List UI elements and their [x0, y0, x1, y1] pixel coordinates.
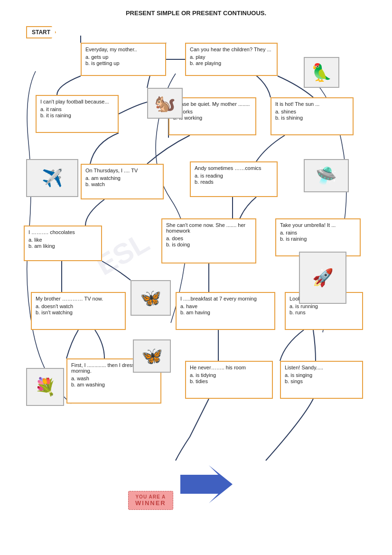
- options-list-q13: a. is runningb. runs: [289, 303, 358, 315]
- question-box-q11: My brother ………… TV now.a. doesn't watchb…: [31, 292, 126, 330]
- question-text-q7: Andy sometimes ……comics: [195, 165, 273, 171]
- options-list-q15: a. is tidyingb. tidies: [190, 372, 268, 384]
- options-list-q16: a. is singingb. sings: [285, 372, 358, 384]
- option-q14-1: b. am washing: [71, 382, 157, 387]
- question-box-q9: She can't come now. She ....... her home…: [161, 218, 256, 263]
- option-q13-0: a. is running: [289, 303, 358, 309]
- question-text-q8: I ………. chocolates: [28, 229, 97, 235]
- option-q8-1: b. am liking: [28, 243, 97, 249]
- winner-ticket: YOU ARE A WINNER: [128, 491, 173, 510]
- options-list-q11: a. doesn't watchb. isn't watching: [36, 303, 121, 315]
- option-q1-0: a. gets up: [85, 54, 161, 60]
- question-text-q9: She can't come now. She ....... her home…: [166, 222, 252, 234]
- question-box-q1: Everyday, my mother..a. gets upb. is get…: [81, 43, 166, 76]
- option-q1-1: b. is getting up: [85, 60, 161, 66]
- page-title: PRESENT SIMPLE OR PRESENT CONTINUOUS.: [9, 9, 383, 17]
- options-list-q2: a. playb. are playing: [190, 54, 273, 66]
- winner-label: WINNER: [135, 499, 166, 507]
- option-q4-1: b. is working: [173, 115, 252, 121]
- options-list-q8: a. likeb. am liking: [28, 237, 97, 249]
- option-q13-1: b. runs: [289, 310, 358, 315]
- option-q5-1: b. is shining: [275, 115, 349, 121]
- option-q3-1: b. it is raining: [40, 113, 114, 118]
- options-list-q4: a. worksb. is working: [173, 109, 252, 121]
- option-q15-0: a. is tidying: [190, 372, 268, 378]
- question-text-q4: Please be quiet. My mother ........: [173, 101, 252, 107]
- options-list-q12: a. haveb. am having: [180, 303, 271, 315]
- question-box-q15: He never…….. his rooma. is tidyingb. tid…: [185, 361, 273, 399]
- options-list-q10: a. rainsb. is raining: [280, 230, 356, 242]
- option-q10-0: a. rains: [280, 230, 356, 235]
- question-box-q7: Andy sometimes ……comicsa. is readingb. r…: [190, 161, 278, 197]
- img-butterflies2: 🦋: [133, 339, 171, 373]
- option-q6-0: a. am watching: [85, 175, 159, 181]
- img-plane: ✈️: [26, 159, 78, 197]
- options-list-q14: a. washb. am washing: [71, 376, 157, 387]
- options-list-q7: a. is readingb. reads: [195, 173, 273, 185]
- option-q6-1: b. watch: [85, 181, 159, 187]
- question-box-q12: I .....breakfast at 7 every morninga. ha…: [176, 292, 275, 330]
- start-label: START: [26, 26, 56, 38]
- question-text-q3: I can't play football because...: [40, 99, 114, 104]
- option-q16-1: b. sings: [285, 378, 358, 384]
- option-q10-1: b. is raining: [280, 236, 356, 242]
- question-text-q2: Can you hear the children? They ...: [190, 47, 273, 52]
- options-list-q1: a. gets upb. is getting up: [85, 54, 161, 66]
- options-list-q5: a. shinesb. is shining: [275, 109, 349, 121]
- img-butterfly: 🦋: [131, 280, 171, 316]
- question-text-q11: My brother ………… TV now.: [36, 296, 121, 301]
- option-q7-1: b. reads: [195, 179, 273, 185]
- options-list-q9: a. doesb. is doing: [166, 235, 252, 247]
- option-q5-0: a. shines: [275, 109, 349, 114]
- svg-marker-1: [180, 465, 233, 503]
- question-text-q6: On Thursdays, I .... TV: [85, 168, 159, 173]
- question-text-q16: Listen! Sandy.....: [285, 365, 358, 370]
- question-box-q16: Listen! Sandy.....a. is singingb. sings: [280, 361, 363, 399]
- option-q14-0: a. wash: [71, 376, 157, 381]
- option-q3-0: a. it rains: [40, 106, 114, 112]
- img-ufo: 🛸: [304, 159, 349, 192]
- option-q4-0: a. works: [173, 109, 252, 114]
- option-q11-1: b. isn't watching: [36, 310, 121, 315]
- question-box-q5: It is hot! The sun ...a. shinesb. is shi…: [271, 97, 354, 135]
- options-list-q6: a. am watchingb. watch: [85, 175, 159, 187]
- option-q9-1: b. is doing: [166, 242, 252, 247]
- option-q8-0: a. like: [28, 237, 97, 243]
- img-rocket: 🚀: [299, 252, 346, 304]
- img-squirrel: 🐿️: [147, 88, 183, 119]
- option-q15-1: b. tidies: [190, 378, 268, 384]
- question-text-q1: Everyday, my mother..: [85, 47, 161, 52]
- option-q11-0: a. doesn't watch: [36, 303, 121, 309]
- option-q9-0: a. does: [166, 235, 252, 241]
- question-text-q15: He never…….. his room: [190, 365, 268, 370]
- question-box-q6: On Thursdays, I .... TVa. am watchingb. …: [81, 164, 164, 199]
- question-text-q5: It is hot! The sun ...: [275, 101, 349, 107]
- question-box-q8: I ………. chocolatesa. likeb. am liking: [24, 226, 102, 261]
- options-list-q3: a. it rainsb. it is raining: [40, 106, 114, 118]
- option-q7-0: a. is reading: [195, 173, 273, 179]
- question-box-q3: I can't play football because...a. it ra…: [36, 95, 119, 133]
- img-flower: 💐: [26, 368, 64, 406]
- winner-text: YOU ARE A: [135, 494, 166, 499]
- option-q12-1: b. am having: [180, 310, 271, 315]
- img-bird: 🦜: [304, 57, 339, 88]
- option-q2-1: b. are playing: [190, 60, 273, 66]
- question-box-q10: Take your umbrella! It ...a. rainsb. is …: [275, 218, 361, 256]
- page: PRESENT SIMPLE OR PRESENT CONTINUOUS. ST…: [0, 0, 392, 555]
- option-q16-0: a. is singing: [285, 372, 358, 378]
- question-text-q10: Take your umbrella! It ...: [280, 222, 356, 228]
- option-q12-0: a. have: [180, 303, 271, 309]
- question-text-q12: I .....breakfast at 7 every morning: [180, 296, 271, 301]
- option-q2-0: a. play: [190, 54, 273, 60]
- question-box-q2: Can you hear the children? They ...a. pl…: [185, 43, 278, 76]
